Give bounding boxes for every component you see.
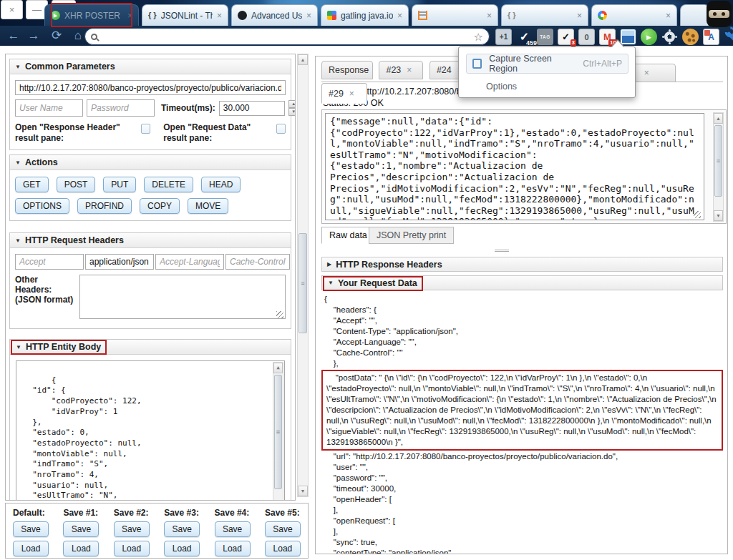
save-5-button[interactable]: Save	[265, 521, 301, 537]
bookmark-star-icon[interactable]: ☆	[474, 31, 483, 42]
tab-hidden-4[interactable]: ×	[631, 64, 676, 82]
save-1-button[interactable]: Save	[63, 521, 99, 537]
other-headers-textarea[interactable]	[79, 275, 286, 319]
save-3-button[interactable]: Save	[164, 521, 200, 537]
accept-language-header-input[interactable]	[155, 254, 224, 270]
scroll-up-icon[interactable]: ▲	[273, 363, 283, 373]
raw-data-tab[interactable]: Raw data	[321, 227, 375, 244]
scroll-up-icon[interactable]: ▲	[714, 113, 723, 124]
stepper-down-icon[interactable]: ▼	[288, 108, 296, 116]
username-input[interactable]	[15, 99, 83, 117]
timeout-input[interactable]	[219, 101, 285, 116]
content-type-header-input[interactable]	[85, 254, 154, 270]
tab-close-icon[interactable]: ×	[349, 89, 354, 99]
stepper-up-icon[interactable]: ▲	[288, 100, 296, 108]
tab-close-icon[interactable]: ×	[487, 11, 492, 20]
counter-extension-icon[interactable]: 0	[578, 29, 595, 45]
save-default-button[interactable]: Save	[13, 521, 49, 537]
move-button[interactable]: MOVE	[188, 198, 228, 214]
load-default-button[interactable]: Load	[13, 541, 49, 556]
address-bar[interactable]: ☆	[84, 28, 490, 45]
tab-response[interactable]: Response	[321, 61, 373, 79]
cache-control-header-input[interactable]	[225, 254, 290, 270]
new-tab-button[interactable]	[680, 4, 710, 26]
ninja-band	[709, 10, 729, 18]
wrench-icon[interactable]	[724, 29, 733, 45]
cookie-extension-icon[interactable]	[682, 29, 699, 45]
actions-header[interactable]: ▼ Actions	[10, 155, 291, 170]
tab-google[interactable]: ×	[591, 4, 677, 26]
scrollbar-thumb[interactable]: ≡	[298, 233, 307, 333]
forward-button[interactable]: →	[25, 27, 42, 44]
password-input[interactable]	[87, 99, 155, 117]
get-button[interactable]: GET	[15, 177, 49, 192]
window-close-button[interactable]: ×	[1, 0, 23, 19]
tag-extension-icon[interactable]: TAG	[537, 29, 553, 45]
play-extension-icon[interactable]: ▶	[641, 29, 657, 45]
load-2-button[interactable]: Load	[114, 541, 150, 556]
load-4-button[interactable]: Load	[215, 541, 251, 556]
json-pretty-print-tab[interactable]: JSON Pretty print	[369, 227, 454, 244]
timeout-stepper[interactable]: ▲ ▼	[288, 100, 296, 116]
tab-jsonlint[interactable]: { } JSONLint - The ×	[142, 4, 228, 26]
tab-close-icon[interactable]: ×	[217, 11, 222, 20]
save-4-button[interactable]: Save	[215, 521, 251, 537]
options-menu-item[interactable]: Options	[486, 82, 517, 92]
request-data-header[interactable]: ▼ Your Request Data	[321, 275, 723, 290]
head-button[interactable]: HEAD	[201, 177, 241, 192]
tab-gatling[interactable]: gatling java.io.e ×	[321, 4, 409, 26]
open-request-pane-checkbox[interactable]	[276, 124, 286, 134]
tab-close-icon[interactable]: ×	[577, 11, 582, 20]
post-button[interactable]: POST	[57, 177, 96, 192]
save-2-button[interactable]: Save	[114, 521, 150, 537]
profind-button[interactable]: PROFIND	[77, 198, 132, 214]
scrollbar-thumb[interactable]: ≡	[274, 375, 282, 489]
options-button[interactable]: OPTIONS	[15, 198, 69, 214]
load-5-button[interactable]: Load	[265, 541, 301, 556]
request-headers-header[interactable]: ▼ HTTP Request Headers	[10, 233, 291, 248]
tab-close-icon[interactable]: ×	[127, 11, 132, 20]
resize-handle[interactable]	[276, 311, 283, 318]
todo-extension-icon[interactable]: ✓ 3	[558, 29, 574, 45]
load-1-button[interactable]: Load	[63, 541, 99, 556]
capture-screen-region-item[interactable]: Capture Screen Region Ctrl+Alt+P	[466, 54, 628, 74]
response-scrollbar[interactable]: ▲ ≡ ▼	[713, 112, 724, 222]
load-3-button[interactable]: Load	[164, 541, 200, 556]
response-headers-header[interactable]: ▶ HTTP Response Headers	[321, 257, 723, 272]
tab-close-icon[interactable]: ×	[666, 11, 671, 20]
tab-advanced-usage[interactable]: Advanced Usag ×	[231, 4, 318, 26]
scroll-down-icon[interactable]: ▼	[298, 486, 308, 496]
plusone-extension-icon[interactable]: +1	[495, 29, 512, 45]
response-body-textarea[interactable]: {"message":null,"data":{"id": {"codProye…	[325, 113, 704, 220]
tab-stackoverflow[interactable]: ×	[412, 4, 498, 26]
put-button[interactable]: PUT	[103, 177, 136, 192]
scroll-up-icon[interactable]: ▲	[298, 54, 308, 65]
tab-untitled[interactable]: { } ×	[501, 4, 588, 26]
entity-body-header[interactable]: ▼ HTTP Entity Body	[10, 340, 291, 355]
splitter-handle[interactable]	[495, 250, 509, 252]
common-parameters-header[interactable]: ▼ Common Parameters	[10, 59, 291, 74]
scrollbar-thumb[interactable]: ≡	[714, 125, 722, 197]
tab-xhr-poster[interactable]: ▶ XHR POSTER ×	[44, 4, 139, 26]
tab-close-icon[interactable]: ×	[306, 11, 311, 20]
tab-23[interactable]: #23×	[379, 61, 423, 79]
open-response-pane-checkbox[interactable]	[141, 124, 150, 134]
tasks-extension-icon[interactable]: ✓ 459	[516, 29, 533, 45]
tab-close-icon[interactable]: ×	[644, 68, 649, 78]
tab-close-icon[interactable]: ×	[407, 65, 412, 75]
delete-button[interactable]: DELETE	[144, 177, 193, 192]
back-button[interactable]: ←	[5, 27, 22, 44]
page-scrollbar[interactable]: ▲ ≡ ▼	[297, 54, 309, 497]
copy-button[interactable]: COPY	[140, 198, 180, 214]
entity-body-editor[interactable]: { "id": { "codProyecto": 122, "idVarProy…	[16, 360, 285, 501]
tab-29[interactable]: #29×	[321, 83, 367, 104]
resize-handle[interactable]	[694, 211, 701, 218]
accept-header-input[interactable]	[15, 254, 84, 270]
gear-icon[interactable]	[661, 29, 678, 45]
tab-close-icon[interactable]: ×	[397, 11, 402, 20]
url-input[interactable]	[15, 80, 286, 95]
entity-scrollbar[interactable]: ▲ ≡ ▼	[273, 362, 283, 501]
translate-extension-icon[interactable]: A	[703, 29, 719, 45]
scroll-down-icon[interactable]: ▼	[714, 210, 723, 221]
reload-button[interactable]: ⟳	[48, 27, 65, 44]
